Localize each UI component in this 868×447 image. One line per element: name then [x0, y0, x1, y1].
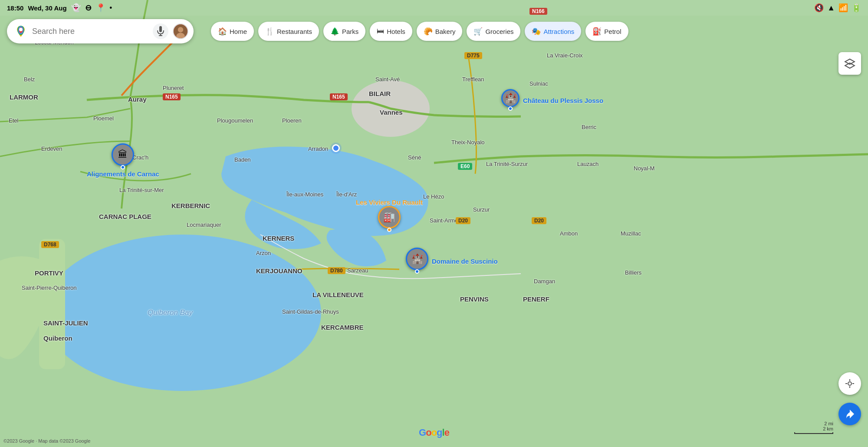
pill-bakery-label: Bakery — [435, 28, 456, 35]
pill-parks[interactable]: 🌲 Parks — [323, 22, 365, 41]
pin-plessis-dot — [508, 106, 513, 111]
pill-bakery[interactable]: 🥐 Bakery — [417, 22, 463, 41]
time-display: 18:50 — [7, 4, 23, 12]
svg-marker-13 — [845, 63, 855, 68]
pill-groceries[interactable]: 🛒 Groceries — [467, 22, 520, 41]
scale-bar — [794, 432, 833, 434]
pin-viviers-label-top: Les Viviers Du Ruault — [356, 199, 423, 206]
status-bar: 18:50 Wed, 30 Aug 👻 ⊖ 📍 • 🔇 ▲ 📶 🔋 — [0, 0, 868, 16]
pin-suscinio-photo: 🏰 — [406, 248, 428, 270]
wifi-icon: ▲ — [827, 3, 835, 13]
ghost-icon: 👻 — [71, 3, 81, 13]
pill-petrol[interactable]: ⛽ Petrol — [585, 22, 628, 41]
pill-hotels[interactable]: 🛏 Hotels — [370, 22, 412, 41]
category-bar: 🏠 Home 🍴 Restaurants 🌲 Parks 🛏 Hotels 🥐 … — [204, 19, 868, 43]
current-location-dot — [332, 144, 340, 152]
avatar-image — [174, 23, 187, 39]
pill-restaurants[interactable]: 🍴 Restaurants — [258, 22, 319, 41]
signal-icon: 📶 — [838, 3, 848, 13]
pin-suscinio-dot — [415, 269, 419, 274]
search-bar[interactable] — [7, 19, 194, 43]
groceries-icon: 🛒 — [473, 27, 483, 36]
pin-plessis-photo: 🏰 — [501, 89, 519, 107]
google-logo: Google — [419, 427, 449, 438]
search-input[interactable] — [32, 27, 148, 36]
attribution: ©2023 Google · Map data ©2023 Google — [3, 438, 90, 444]
pill-attractions[interactable]: 🎭 Attractions — [525, 22, 581, 41]
petrol-icon: ⛽ — [592, 27, 602, 36]
pin-carnac-photo: 🏛 — [112, 143, 134, 166]
directions-button[interactable] — [838, 403, 861, 425]
restaurants-icon: 🍴 — [265, 27, 274, 36]
svg-point-11 — [176, 33, 185, 39]
pill-hotels-label: Hotels — [387, 28, 405, 35]
circle-icon: ⊖ — [85, 3, 92, 13]
pill-petrol-label: Petrol — [604, 28, 621, 35]
pill-attractions-label: Attractions — [543, 28, 574, 35]
layers-icon — [844, 58, 855, 69]
map-container[interactable]: 18:50 Wed, 30 Aug 👻 ⊖ 📍 • 🔇 ▲ 📶 🔋 — [0, 0, 868, 447]
pin-carnac-dot — [121, 165, 125, 169]
microphone-button[interactable] — [153, 23, 168, 39]
svg-rect-6 — [159, 26, 162, 32]
pin-carnac-label: Alignements de Carnac — [87, 170, 159, 178]
scale-miles: 2 mi — [794, 421, 833, 426]
pin-carnac[interactable]: 🏛 Alignements de Carnac — [87, 143, 159, 178]
location-status-icon: 📍 — [96, 3, 105, 13]
svg-point-5 — [19, 28, 23, 31]
pill-restaurants-label: Restaurants — [277, 28, 312, 35]
home-icon: 🏠 — [218, 27, 227, 36]
attractions-icon: 🎭 — [532, 27, 541, 36]
scale-km: 2 km — [794, 426, 833, 431]
layers-button[interactable] — [838, 52, 861, 75]
pin-viviers[interactable]: Les Viviers Du Ruault 🏭 — [356, 198, 423, 232]
google-maps-icon — [14, 24, 28, 38]
svg-point-14 — [848, 382, 852, 385]
bakery-icon: 🥐 — [424, 27, 433, 36]
dot-icon: • — [110, 4, 112, 12]
location-button[interactable] — [838, 372, 861, 395]
pin-viviers-dot — [387, 228, 391, 232]
hotels-icon: 🛏 — [377, 27, 384, 36]
map-background — [0, 0, 868, 447]
pin-plessis-label: Château du Plessis Josso — [523, 97, 603, 104]
pin-viviers-photo: 🏭 — [378, 206, 401, 228]
directions-icon — [845, 409, 855, 419]
pill-groceries-label: Groceries — [485, 28, 513, 35]
mute-icon: 🔇 — [814, 3, 824, 13]
svg-marker-12 — [845, 59, 855, 64]
pill-home-label: Home — [230, 28, 247, 35]
parks-icon: 🌲 — [330, 27, 339, 36]
pin-suscinio[interactable]: 🏰 Domaine de Suscinio — [406, 248, 498, 274]
battery-icon: 🔋 — [852, 3, 861, 13]
user-avatar[interactable] — [173, 23, 188, 39]
pill-parks-label: Parks — [342, 28, 358, 35]
pin-plessis[interactable]: 🏰 Château du Plessis Josso — [501, 89, 603, 111]
svg-point-10 — [178, 27, 183, 32]
mic-icon — [157, 26, 164, 36]
scale-indicator: 2 mi 2 km — [794, 421, 833, 434]
pill-home[interactable]: 🏠 Home — [211, 22, 254, 41]
date-display: Wed, 30 Aug — [28, 4, 66, 12]
pin-suscinio-label: Domaine de Suscinio — [432, 258, 498, 265]
location-icon — [845, 378, 855, 389]
svg-point-1 — [43, 235, 321, 391]
